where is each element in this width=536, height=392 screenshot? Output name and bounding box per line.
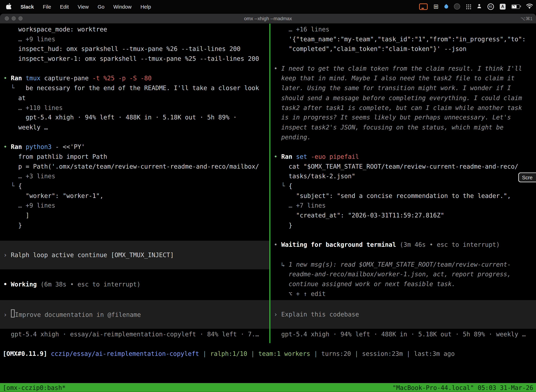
text-segment: cczip/essay/ai-reimplementation-copyleft: [51, 350, 199, 357]
dark-disc-icon[interactable]: [454, 3, 460, 9]
text-segment: ]: [3, 212, 29, 219]
terminal-line: task2 after task1 is complete, but can I…: [270, 103, 536, 113]
terminal-line: ]: [0, 210, 269, 220]
text-segment: readme-and-reco/mailbox/worker-1.json, a…: [274, 271, 511, 278]
text-segment: •: [3, 143, 11, 150]
terminal-line: readme-and-reco/mailbox/worker-1.json, a…: [270, 269, 536, 279]
terminal-line: └ be necessary for the end of the README…: [0, 84, 269, 93]
text-segment: pending.: [274, 133, 311, 140]
output-block: • Working (6m 38s • esc to interrupt): [0, 280, 269, 289]
terminal-line: should send a message before completing …: [270, 93, 536, 103]
text-segment: … +3 lines: [3, 173, 55, 180]
battery-icon[interactable]: ϟ: [511, 4, 520, 9]
terminal-line: }: [0, 220, 269, 230]
text-segment: •: [274, 153, 281, 160]
text-segment: ›: [274, 311, 281, 318]
menu-status-icons: ⊞ 61 A ϟ: [419, 0, 533, 13]
text-segment: workspace_mode: worktree: [3, 26, 107, 33]
terminal-line: … +9 lines: [0, 34, 269, 44]
droplet-icon[interactable]: [444, 4, 449, 9]
menu-file[interactable]: File: [38, 4, 56, 9]
text-segment: ↳: [274, 261, 289, 268]
menu-help[interactable]: Help: [136, 4, 155, 9]
terminal-line: [270, 230, 536, 240]
terminal-line: inspect_worker-1: omx sparkshell --tmux-…: [0, 54, 269, 64]
close-button[interactable]: [5, 16, 9, 20]
text-segment: from pathlib import Path: [3, 153, 107, 160]
minimize-button[interactable]: [12, 16, 16, 20]
text-segment: turns:20: [321, 350, 351, 357]
text-segment: at: [3, 94, 25, 101]
prompt-band[interactable]: › Ralph loop active continue [OMX_TMUX_I…: [0, 241, 269, 269]
menu-go[interactable]: Go: [93, 4, 109, 9]
battery-ring-icon[interactable]: 61: [488, 3, 494, 10]
window-titlebar[interactable]: omx --xhigh --madmax ⌥⌘1: [0, 14, 536, 23]
prompt-band[interactable]: › Explain this codebase: [270, 300, 536, 329]
text-segment: {: [18, 182, 22, 190]
dots-grid-icon[interactable]: [466, 4, 471, 9]
screen-recording-icon[interactable]: [419, 3, 428, 10]
terminal-line: ↳ 1 new msg(s): read $OMX_TEAM_STATE_ROO…: [270, 260, 536, 269]
terminal-line: • Working (6m 38s • esc to interrupt): [0, 280, 269, 289]
text-segment: Ralph loop active continue [OMX_TMUX_INJ…: [11, 251, 174, 258]
terminal-line: "created_at": "2026-03-31T11:59:27.816Z": [270, 210, 536, 220]
terminal-line: workspace_mode: worktree: [0, 25, 269, 34]
terminal-line: … +110 lines: [0, 103, 269, 113]
text-segment: continue assigned work or next feasible …: [274, 280, 455, 288]
text-segment: p = Path('.omx/state/team/review-current…: [3, 163, 259, 170]
terminal-line: • I need to get the claim token from the…: [270, 64, 536, 74]
menu-window[interactable]: Window: [109, 4, 136, 9]
text-segment: Explain this codebase: [281, 311, 359, 318]
window-grid-icon[interactable]: ⊞: [433, 3, 439, 9]
terminal-line: └ {: [270, 181, 536, 191]
text-segment: capture-pane: [44, 75, 92, 82]
wifi-icon[interactable]: [526, 3, 533, 10]
terminal-line: "subject": "send a concise recommendatio…: [270, 191, 536, 201]
text-segment: 1 new msg(s): read $OMX_TEAM_STATE_ROOT/…: [289, 261, 511, 268]
terminal-line: … +3 lines: [0, 171, 269, 181]
text-segment: should send a message before completing …: [274, 94, 522, 101]
text-segment: -t %25 -p -S -80: [92, 75, 152, 82]
terminal-window: omx --xhigh --madmax ⌥⌘1 workspace_mode:…: [0, 14, 536, 392]
text-segment: {: [289, 182, 292, 190]
terminal-line: later. Using the same for transition mig…: [270, 84, 536, 93]
text-segment: … +9 lines: [3, 202, 55, 209]
traffic-lights: [5, 16, 23, 20]
text-segment: set: [296, 153, 311, 160]
tmux-session-label: [omx-cczip0:bash*: [3, 384, 66, 391]
text-segment: weekly …: [3, 123, 48, 131]
text-segment: |: [351, 350, 362, 357]
apple-menu[interactable]: [0, 3, 16, 10]
text-segment: inspect_worker-1: omx sparkshell --tmux-…: [3, 55, 259, 62]
terminal-line: '{"team_name":"my-team","task_id":"1","f…: [270, 34, 536, 44]
prompt-band[interactable]: › Improve documentation in @filename: [0, 300, 269, 329]
text-segment: I need to get the claim token from the c…: [281, 65, 522, 72]
terminal-line: cat "$OMX_TEAM_STATE_ROOT/team/review-cu…: [270, 162, 536, 172]
text-segment: }: [3, 221, 22, 229]
text-segment: tasks/task-2.json": [274, 173, 355, 180]
text-segment: Ran: [11, 143, 26, 150]
keyboard-input-icon[interactable]: A: [500, 4, 506, 9]
terminal-line: • Ran set -euo pipefail: [270, 152, 536, 162]
menu-view[interactable]: View: [73, 4, 93, 9]
text-segment: session:23m: [362, 350, 403, 357]
text-segment: later. Using the same for transition mig…: [274, 84, 511, 92]
person-icon[interactable]: [477, 3, 482, 10]
menu-items: FileEditViewGoWindowHelp: [38, 4, 155, 9]
terminal-line: › Ralph loop active continue [OMX_TMUX_I…: [0, 250, 269, 260]
left-pane[interactable]: workspace_mode: worktree … +9 lines insp…: [0, 23, 269, 344]
menu-app-name[interactable]: Slack: [16, 4, 38, 9]
terminal-line: [0, 132, 269, 142]
text-segment: |: [310, 350, 321, 357]
text-segment: Ran: [281, 153, 296, 160]
window-title: omx --xhigh --madmax: [244, 16, 292, 21]
terminal-line: tasks/task-2.json": [270, 171, 536, 181]
text-segment: -euo pipefail: [311, 153, 359, 160]
zoom-button[interactable]: [19, 16, 23, 20]
right-pane[interactable]: … +16 lines '{"team_name":"my-team","tas…: [270, 23, 536, 344]
screen-overlay-chip[interactable]: Scre: [518, 173, 536, 182]
text-segment: •: [3, 75, 11, 82]
menu-edit[interactable]: Edit: [56, 4, 73, 9]
text-segment: [11, 309, 14, 318]
text-segment: Ran: [11, 75, 26, 82]
